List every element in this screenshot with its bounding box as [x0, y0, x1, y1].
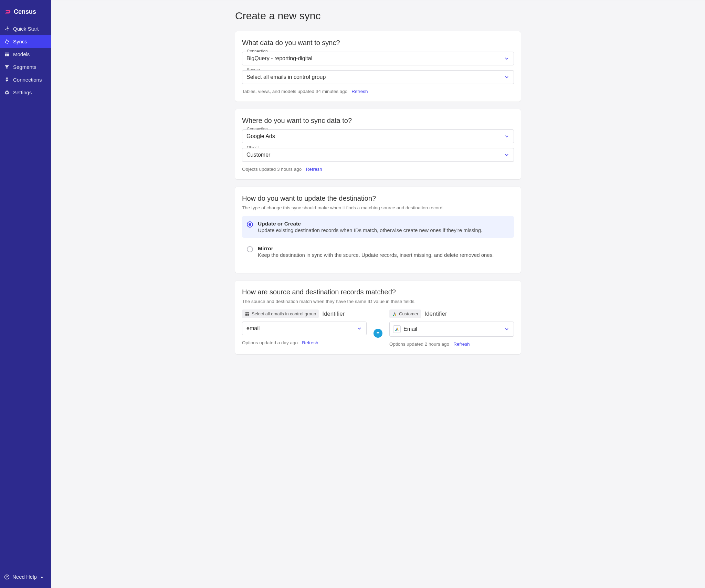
select-value: Select all emails in control group: [246, 74, 326, 80]
destination-card: Where do you want to sync data to? Conne…: [235, 109, 521, 179]
matching-card-subtitle: The source and destination match when th…: [242, 299, 514, 304]
table-icon: [4, 52, 10, 57]
radio-unselected-icon: [247, 246, 253, 252]
help-icon: [4, 574, 10, 580]
dest-object-field: Object Customer: [242, 148, 514, 162]
chevron-down-icon: [504, 74, 509, 80]
page-title: Create a new sync: [235, 10, 521, 22]
google-ads-icon: [393, 325, 401, 333]
identifier-label: Identifier: [322, 311, 345, 317]
destination-refresh-link[interactable]: Refresh: [306, 167, 322, 172]
sidebar-item-label: Models: [13, 51, 30, 57]
filter-icon: [4, 64, 10, 70]
destination-meta-row: Objects updated 3 hours ago Refresh: [242, 167, 514, 172]
behavior-card: How do you want to update the destinatio…: [235, 187, 521, 273]
brand-name: Census: [14, 8, 36, 15]
select-value: Google Ads: [246, 133, 275, 139]
meta-text: Options updated a day ago: [242, 340, 298, 345]
meta-text: Options updated 2 hours ago: [389, 342, 449, 347]
chevron-down-icon: [504, 56, 509, 61]
plug-icon: [4, 77, 10, 83]
source-identifier-meta: Options updated a day ago Refresh: [242, 340, 367, 345]
source-connection-select[interactable]: BigQuery - reporting-digital: [242, 52, 514, 65]
chevron-down-icon: [504, 134, 509, 139]
content: Create a new sync What data do you want …: [235, 7, 521, 567]
select-value: BigQuery - reporting-digital: [246, 55, 312, 62]
dest-object-select[interactable]: Customer: [242, 148, 514, 162]
chevron-down-icon: [504, 326, 509, 332]
source-connection-field: Connection BigQuery - reporting-digital: [242, 52, 514, 65]
source-identifier-refresh-link[interactable]: Refresh: [302, 340, 318, 345]
matching-card: How are source and destination records m…: [235, 281, 521, 354]
sidebar-item-label: Syncs: [13, 39, 27, 44]
table-icon: [245, 312, 250, 316]
chevron-down-icon: [357, 326, 362, 331]
select-value: Customer: [246, 152, 270, 158]
option-desc: Update existing destination records when…: [258, 227, 482, 233]
sidebar-item-label: Segments: [13, 64, 36, 70]
source-badge-row: Select all emails in control group Ident…: [242, 309, 367, 318]
sidebar-item-quick-start[interactable]: Quick Start: [0, 22, 51, 35]
behavior-card-title: How do you want to update the destinatio…: [242, 195, 514, 202]
source-meta-row: Tables, views, and models updated 34 min…: [242, 89, 514, 94]
behavior-option-mirror[interactable]: Mirror Keep the destination in sync with…: [242, 241, 514, 263]
matching-row: Select all emails in control group Ident…: [242, 309, 514, 347]
source-card: What data do you want to sync? Connectio…: [235, 31, 521, 102]
sidebar-item-models[interactable]: Models: [0, 48, 51, 61]
sidebar-nav: Quick Start Syncs Models Segments: [0, 22, 51, 99]
matching-destination-column: Customer Identifier Email: [389, 309, 514, 347]
option-text: Update or Create Update existing destina…: [258, 221, 482, 233]
svg-point-3: [393, 315, 394, 316]
dest-connection-field: Connection Google Ads: [242, 129, 514, 143]
svg-point-0: [7, 27, 8, 28]
source-pill-text: Select all emails in control group: [252, 311, 316, 316]
behavior-card-subtitle: The type of change this sync should make…: [242, 205, 514, 210]
option-text: Mirror Keep the destination in sync with…: [258, 245, 494, 258]
destination-identifier-select[interactable]: Email: [389, 322, 514, 337]
source-identifier-select[interactable]: email: [242, 322, 367, 335]
sidebar-item-label: Connections: [13, 77, 42, 83]
option-title: Mirror: [258, 245, 494, 252]
source-refresh-link[interactable]: Refresh: [351, 89, 368, 94]
destination-pill: Customer: [389, 309, 421, 318]
identifier-label: Identifier: [424, 311, 447, 317]
option-title: Update or Create: [258, 221, 482, 227]
sidebar-item-label: Quick Start: [13, 26, 39, 32]
sidebar-item-syncs[interactable]: Syncs: [0, 35, 51, 48]
dest-connection-select[interactable]: Google Ads: [242, 129, 514, 143]
chevron-down-icon: [504, 152, 509, 158]
gear-icon: [4, 90, 10, 95]
destination-meta-text: Objects updated 3 hours ago: [242, 167, 302, 172]
sidebar: Census Quick Start Syncs Models: [0, 0, 51, 588]
census-logo-icon: [4, 9, 11, 15]
google-ads-icon: [392, 312, 397, 316]
sync-icon: [4, 39, 10, 44]
destination-identifier-refresh-link[interactable]: Refresh: [453, 342, 470, 347]
option-desc: Keep the destination in sync with the so…: [258, 252, 494, 258]
running-icon: [4, 26, 10, 32]
main: Create a new sync What data do you want …: [51, 0, 705, 588]
select-value: email: [246, 325, 260, 332]
source-source-select[interactable]: Select all emails in control group: [242, 70, 514, 84]
help-label: Need Help: [12, 574, 37, 580]
sidebar-footer: Need Help ▴: [0, 570, 51, 588]
source-card-title: What data do you want to sync?: [242, 39, 514, 47]
svg-point-2: [7, 578, 7, 578]
destination-badge-row: Customer Identifier: [389, 309, 514, 318]
sidebar-item-connections[interactable]: Connections: [0, 73, 51, 86]
radio-selected-icon: [247, 221, 253, 228]
source-source-field: Source Select all emails in control grou…: [242, 70, 514, 84]
behavior-option-update-or-create[interactable]: Update or Create Update existing destina…: [242, 216, 514, 238]
need-help-button[interactable]: Need Help ▴: [0, 570, 51, 583]
svg-point-4: [395, 330, 396, 331]
sidebar-item-settings[interactable]: Settings: [0, 86, 51, 99]
equals-icon: =: [373, 329, 382, 338]
source-meta-text: Tables, views, and models updated 34 min…: [242, 89, 347, 94]
select-value: Email: [403, 326, 417, 332]
brand: Census: [0, 0, 51, 22]
sidebar-item-segments[interactable]: Segments: [0, 61, 51, 73]
source-pill: Select all emails in control group: [242, 309, 319, 318]
destination-identifier-meta: Options updated 2 hours ago Refresh: [389, 342, 514, 347]
destination-card-title: Where do you want to sync data to?: [242, 117, 514, 125]
destination-pill-text: Customer: [399, 311, 418, 316]
